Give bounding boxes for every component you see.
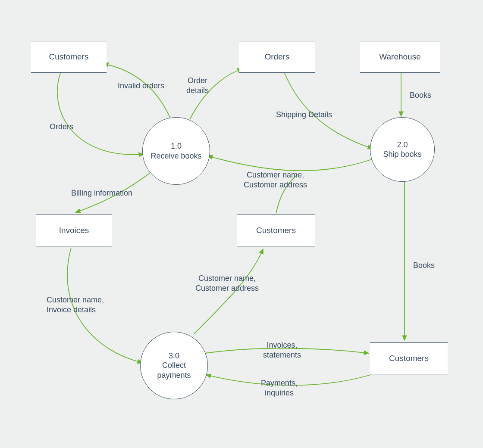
flow-payments	[206, 375, 371, 385]
flow-invoices-stmt	[205, 348, 369, 353]
entity-invoices: Invoices	[36, 215, 112, 246]
process-name: Ship books	[383, 149, 421, 159]
process-2: 2.0 Ship books	[370, 117, 435, 182]
flow-custinfo-p2-p1	[208, 156, 372, 171]
entity-orders: Orders	[239, 41, 315, 73]
entity-customers-top: Customers	[31, 41, 107, 73]
entity-label: Invoices	[59, 226, 89, 235]
process-name: Collect payments	[157, 361, 191, 380]
flow-custinfo-p3-mid	[194, 249, 263, 334]
flow-order-details	[190, 69, 242, 119]
entity-label: Customers	[256, 226, 296, 235]
flow-invoice-details	[67, 248, 142, 363]
process-num: 2.0	[397, 140, 408, 150]
flow-orders	[57, 73, 144, 155]
dfd-canvas: Customers Orders Warehouse Invoices Cust…	[0, 0, 483, 448]
flow-custmid-tail	[276, 174, 298, 213]
process-name: Receive books	[151, 151, 201, 161]
entity-label: Customers	[49, 52, 89, 62]
entity-label: Orders	[264, 52, 289, 62]
flow-billing	[75, 172, 151, 212]
flow-shipping-details	[285, 73, 373, 149]
process-3: 3.0 Collect payments	[140, 332, 208, 399]
process-num: 3.0	[169, 351, 179, 361]
entity-label: Warehouse	[379, 52, 420, 62]
entity-warehouse: Warehouse	[360, 41, 440, 73]
process-num: 1.0	[171, 141, 182, 151]
process-1: 1.0 Receive books	[142, 117, 210, 185]
entity-label: Customers	[389, 354, 429, 363]
entity-customers-bottom: Customers	[370, 342, 448, 374]
entity-customers-mid: Customers	[237, 215, 315, 246]
flow-invalid-orders	[104, 64, 170, 118]
